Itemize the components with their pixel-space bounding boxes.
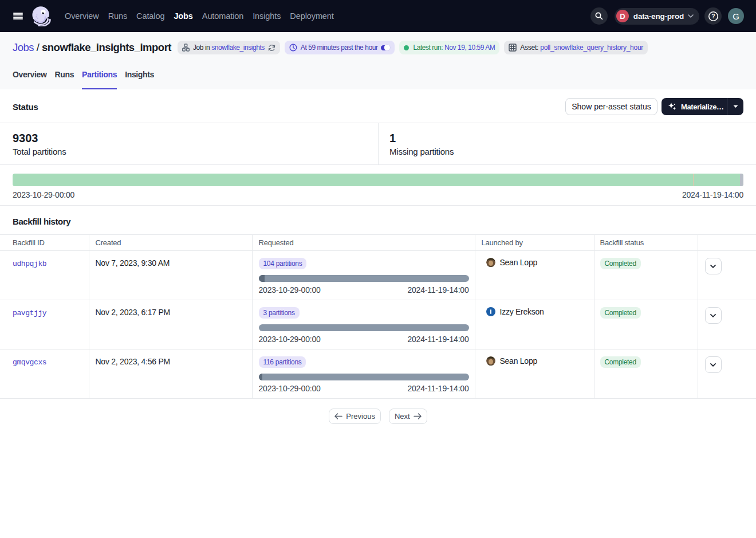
svg-text:?: ? [711,13,715,19]
